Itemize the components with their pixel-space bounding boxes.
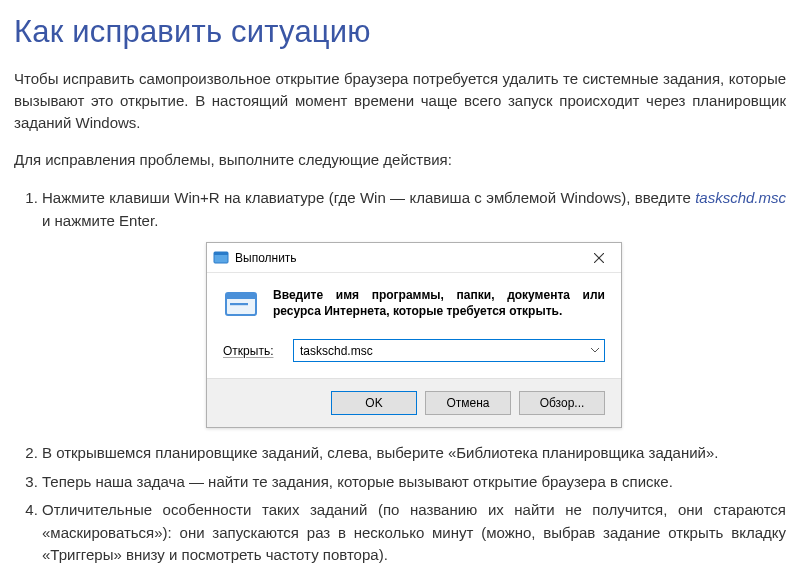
chevron-down-icon[interactable]	[586, 340, 604, 361]
section-heading: Как исправить ситуацию	[14, 14, 786, 50]
browse-button[interactable]: Обзор...	[519, 391, 605, 415]
intro-paragraph: Чтобы исправить самопроизвольное открыти…	[14, 68, 786, 133]
command-input[interactable]	[293, 339, 605, 362]
cancel-button[interactable]: Отмена	[425, 391, 511, 415]
close-button[interactable]	[577, 243, 621, 273]
svg-rect-1	[214, 252, 228, 255]
open-label: Открыть:	[223, 342, 283, 360]
run-dialog-app-icon	[223, 287, 259, 323]
run-dialog-description: Введите имя программы, папки, документа …	[273, 287, 605, 319]
run-dialog-body: Введите имя программы, папки, документа …	[207, 273, 621, 378]
run-dialog-input-row: Открыть:	[223, 339, 605, 362]
step-1-command: taskschd.msc	[695, 189, 786, 206]
command-combobox[interactable]	[293, 339, 605, 362]
run-dialog-description-row: Введите имя программы, папки, документа …	[223, 287, 605, 323]
step-4: Отличительные особенности таких заданий …	[42, 499, 786, 567]
step-2: В открывшемся планировщике заданий, слев…	[42, 442, 786, 465]
run-dialog: Выполнить	[206, 242, 622, 428]
article-section: Как исправить ситуацию Чтобы исправить с…	[0, 0, 800, 567]
ok-button[interactable]: OK	[331, 391, 417, 415]
run-dialog-footer: OK Отмена Обзор...	[207, 378, 621, 427]
close-icon	[594, 253, 604, 263]
run-dialog-title-icon	[213, 250, 229, 266]
steps-list: Нажмите клавиши Win+R на клавиатуре (где…	[14, 187, 786, 567]
svg-rect-6	[230, 303, 248, 305]
step-1-text-a: Нажмите клавиши Win+R на клавиатуре (где…	[42, 189, 695, 206]
run-dialog-title: Выполнить	[235, 249, 577, 267]
run-dialog-titlebar: Выполнить	[207, 243, 621, 273]
lead-paragraph: Для исправления проблемы, выполните след…	[14, 149, 786, 171]
step-3: Теперь наша задача — найти те задания, к…	[42, 471, 786, 494]
step-1: Нажмите клавиши Win+R на клавиатуре (где…	[42, 187, 786, 428]
step-1-text-b: и нажмите Enter.	[42, 212, 158, 229]
svg-rect-5	[226, 293, 256, 299]
